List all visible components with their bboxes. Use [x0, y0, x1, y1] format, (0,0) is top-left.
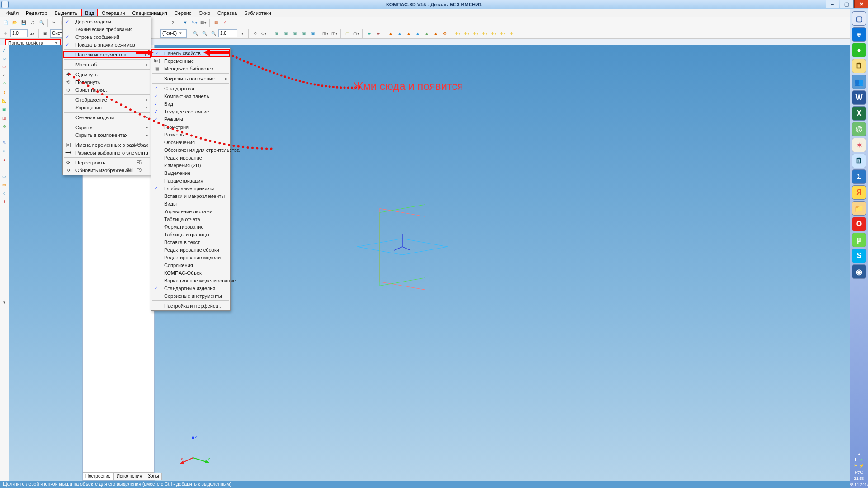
- tool-misc-icon[interactable]: ⚙: [1, 123, 8, 130]
- pattern-icon[interactable]: ▦▾: [199, 19, 208, 27]
- orientation-icon[interactable]: ◇▾: [260, 29, 268, 38]
- taskbar-app[interactable]: ●: [852, 43, 866, 57]
- tag-icon[interactable]: ◈: [365, 29, 373, 38]
- menuitem[interactable]: ✓Строка сообщений: [63, 33, 151, 41]
- shade5-icon[interactable]: ▣: [309, 29, 317, 38]
- zoom-input[interactable]: [218, 29, 237, 37]
- viewport[interactable]: Построение Исполнения Зоны Z Y X: [9, 45, 850, 481]
- menuitem[interactable]: Редактирование сборки: [151, 246, 230, 253]
- asm1-icon[interactable]: ▲: [387, 29, 395, 38]
- asm6-icon[interactable]: ▲: [432, 29, 440, 38]
- menuitem[interactable]: Вариационное моделирование: [151, 277, 230, 284]
- stepper-icon[interactable]: ▴▾: [28, 29, 37, 38]
- menu-operations[interactable]: Операции: [98, 9, 128, 17]
- plus4-icon[interactable]: ✚▾: [481, 29, 489, 38]
- menuitem[interactable]: ✓Стандартные изделия: [151, 284, 230, 292]
- tool-cut-icon[interactable]: ◫: [1, 114, 8, 122]
- menuitem[interactable]: Настройка интерфейса…: [151, 302, 230, 310]
- save-icon[interactable]: 💾: [19, 19, 28, 27]
- print-icon[interactable]: 🖨: [28, 19, 37, 27]
- shade4-icon[interactable]: ▣: [300, 29, 308, 38]
- asm3-icon[interactable]: ▲: [405, 29, 413, 38]
- taskbar-app[interactable]: μ: [852, 233, 866, 247]
- tray-lang[interactable]: РУС: [850, 469, 868, 475]
- maximize-button[interactable]: ▢: [840, 0, 854, 8]
- tool-curve-icon[interactable]: ◡: [1, 54, 8, 61]
- layer-icon[interactable]: ▣: [41, 29, 49, 38]
- menu-help[interactable]: Справка: [214, 9, 241, 17]
- menuitem[interactable]: Редактирование модели: [151, 253, 230, 261]
- taskbar-app[interactable]: 🗒: [852, 59, 866, 73]
- tool-rect-icon[interactable]: ▭: [1, 63, 8, 70]
- taskbar-app[interactable]: ▢: [852, 11, 866, 26]
- brush-icon[interactable]: ✎▾: [190, 19, 198, 27]
- tool-surf-icon[interactable]: ≈: [1, 148, 8, 155]
- menuitem[interactable]: Таблицы и границы: [151, 230, 230, 238]
- tool-sec1-icon[interactable]: ▭: [1, 173, 8, 180]
- tab-exec[interactable]: Исполнения: [114, 473, 145, 480]
- taskbar-app[interactable]: 🗓: [852, 154, 866, 168]
- menuitem[interactable]: Вставка в текст: [151, 238, 230, 246]
- open-icon[interactable]: 📂: [10, 19, 19, 27]
- menuitem[interactable]: КОМПАС-Объект: [151, 269, 230, 277]
- zoom-window-icon[interactable]: 🔍: [191, 29, 199, 38]
- taskbar-app[interactable]: W: [852, 90, 866, 105]
- menu-select[interactable]: Выделить: [51, 9, 81, 17]
- plus1-icon[interactable]: ✚▾: [453, 29, 462, 38]
- taskbar-app[interactable]: 👥: [852, 75, 866, 89]
- menu-file[interactable]: Файл: [3, 9, 22, 17]
- help-icon[interactable]: ?: [169, 19, 177, 27]
- tool-text-icon[interactable]: A: [1, 71, 8, 79]
- tool-meas-icon[interactable]: 📐: [1, 97, 8, 104]
- gear-icon[interactable]: ⚙: [441, 29, 449, 38]
- plus2-icon[interactable]: ✚▾: [462, 29, 471, 38]
- tool-pt-icon[interactable]: ●: [1, 156, 8, 164]
- menu-edit[interactable]: Редактор: [22, 9, 51, 17]
- snap-icon[interactable]: ✛: [1, 29, 9, 38]
- tray-time[interactable]: 21:58: [850, 475, 868, 482]
- asm4-icon[interactable]: ▲: [414, 29, 422, 38]
- new-icon[interactable]: 📄: [1, 19, 9, 27]
- shade2-icon[interactable]: ▣: [282, 29, 290, 38]
- menu-spec[interactable]: Спецификация: [129, 9, 171, 17]
- tray-date[interactable]: 28.11.2014: [850, 482, 868, 488]
- solid-combo[interactable]: (Тел-0)▼: [160, 29, 187, 38]
- tool-edit-icon[interactable]: ✎: [1, 139, 8, 146]
- zoom-drop-icon[interactable]: ▾: [238, 29, 246, 38]
- plus3-icon[interactable]: ✚▾: [472, 29, 480, 38]
- shade3-icon[interactable]: ▣: [291, 29, 299, 38]
- taskbar-app[interactable]: S: [852, 249, 866, 263]
- tool-arc-icon[interactable]: ◠: [1, 80, 8, 87]
- menuitem[interactable]: ✓Дерево модели: [63, 18, 151, 25]
- taskbar-app[interactable]: X: [852, 106, 866, 121]
- scale-input[interactable]: [10, 29, 28, 37]
- menuitem[interactable]: Форматирование: [151, 223, 230, 230]
- taskbar-app[interactable]: e: [852, 27, 866, 42]
- taskbar-app[interactable]: 📁: [852, 201, 866, 216]
- taskbar-app[interactable]: O: [852, 217, 866, 231]
- tag2-icon[interactable]: ◈: [374, 29, 382, 38]
- plus5-icon[interactable]: ✚▾: [490, 29, 498, 38]
- menu-service[interactable]: Сервис: [171, 9, 195, 17]
- taskbar-app[interactable]: ◉: [852, 264, 866, 279]
- minimize-button[interactable]: –: [826, 0, 839, 8]
- menuitem[interactable]: Виды: [151, 200, 230, 207]
- menuitem[interactable]: Сервисные инструменты: [151, 292, 230, 300]
- paintdrop-icon[interactable]: ▼: [181, 19, 189, 27]
- misc-icon[interactable]: ◫▾: [321, 29, 330, 38]
- taskbar-app[interactable]: @: [852, 122, 866, 136]
- cut-icon[interactable]: ✂: [50, 19, 58, 27]
- scroll-down-icon[interactable]: ▾: [1, 299, 8, 306]
- tool-sec2-icon[interactable]: ▭: [1, 181, 8, 188]
- box-icon[interactable]: ▢: [343, 29, 351, 38]
- menu-libraries[interactable]: Библиотеки: [241, 9, 275, 17]
- menuitem[interactable]: Сопряжения: [151, 261, 230, 269]
- asm5-icon[interactable]: ▲: [423, 29, 431, 38]
- tool-body-icon[interactable]: ▣: [1, 106, 8, 113]
- close-button[interactable]: ✕: [854, 0, 868, 8]
- text-icon[interactable]: A: [221, 19, 229, 27]
- tool-dim-icon[interactable]: ↕: [1, 89, 8, 96]
- menuitem[interactable]: Технические требования: [63, 25, 151, 33]
- tray-up-icon[interactable]: ▴: [850, 450, 868, 456]
- plus6-icon[interactable]: ✚▾: [499, 29, 507, 38]
